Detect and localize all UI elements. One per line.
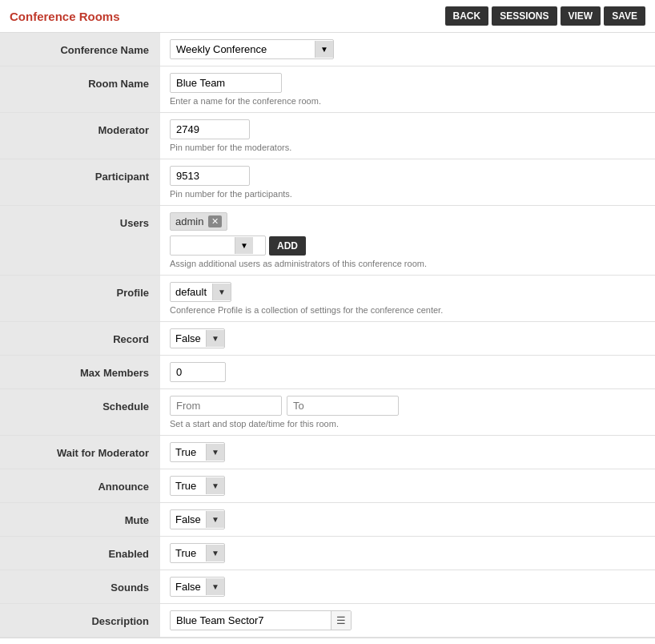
profile-cell: default ▼ Conference Profile is a collec… (160, 276, 655, 322)
wait-arrow-icon: ▼ (206, 444, 224, 461)
sounds-select[interactable]: False True (171, 578, 206, 596)
back-button[interactable]: BACK (445, 6, 489, 26)
users-row: Users admin ✕ ▼ ADD Assign additional us… (0, 206, 655, 276)
users-remove-button[interactable]: ✕ (208, 215, 222, 227)
moderator-label: Moderator (0, 113, 160, 159)
record-arrow-icon: ▼ (206, 330, 224, 347)
sounds-row: Sounds False True ▼ (0, 570, 655, 604)
wait-for-moderator-cell: True False ▼ (160, 436, 655, 469)
record-row: Record False True ▼ (0, 322, 655, 356)
schedule-from-input[interactable] (170, 396, 282, 416)
description-input-wrapper[interactable]: ☰ (170, 610, 352, 630)
schedule-inputs (170, 396, 645, 416)
enabled-label: Enabled (0, 537, 160, 570)
description-icon[interactable]: ☰ (331, 611, 351, 630)
schedule-hint: Set a start and stop date/time for this … (170, 419, 645, 429)
page-header: Conference Rooms BACK SESSIONS VIEW SAVE (0, 0, 655, 33)
announce-arrow-icon: ▼ (206, 477, 224, 494)
schedule-row: Schedule Set a start and stop date/time … (0, 389, 655, 436)
participant-input[interactable] (170, 166, 250, 186)
profile-hint: Conference Profile is a collection of se… (170, 305, 645, 315)
add-user-dropdown[interactable]: ▼ (170, 235, 266, 256)
save-button-top[interactable]: SAVE (604, 6, 645, 26)
record-label: Record (0, 322, 160, 356)
conference-name-cell: ▼ (160, 33, 655, 66)
max-members-row: Max Members (0, 356, 655, 389)
profile-select[interactable]: default (171, 283, 212, 301)
mute-label: Mute (0, 503, 160, 537)
room-name-input[interactable] (170, 73, 282, 93)
moderator-cell: Pin number for the moderators. (160, 113, 655, 159)
schedule-cell: Set a start and stop date/time for this … (160, 389, 655, 436)
description-input[interactable] (171, 611, 331, 630)
conference-name-input[interactable] (171, 40, 315, 58)
profile-label: Profile (0, 276, 160, 322)
participant-hint: Pin number for the participants. (170, 189, 645, 199)
profile-select-wrapper[interactable]: default ▼ (170, 282, 231, 302)
max-members-label: Max Members (0, 356, 160, 389)
announce-label: Announce (0, 469, 160, 503)
users-cell: admin ✕ ▼ ADD Assign additional users as… (160, 206, 655, 276)
record-cell: False True ▼ (160, 322, 655, 356)
room-name-hint: Enter a name for the conference room. (170, 96, 645, 106)
add-user-input[interactable] (171, 236, 235, 255)
mute-arrow-icon: ▼ (206, 511, 224, 528)
sessions-button[interactable]: SESSIONS (492, 6, 557, 26)
wait-for-moderator-label: Wait for Moderator (0, 436, 160, 469)
sounds-cell: False True ▼ (160, 570, 655, 604)
participant-row: Participant Pin number for the participa… (0, 159, 655, 206)
record-select[interactable]: False True (171, 329, 206, 348)
enabled-select[interactable]: True False (171, 544, 206, 562)
mute-row: Mute False True ▼ (0, 503, 655, 537)
sounds-arrow-icon: ▼ (206, 578, 224, 595)
wait-select[interactable]: True False (171, 443, 206, 461)
announce-row: Announce True False ▼ (0, 469, 655, 503)
header-buttons: BACK SESSIONS VIEW SAVE (445, 6, 646, 26)
room-name-cell: Enter a name for the conference room. (160, 66, 655, 113)
profile-arrow-icon: ▼ (212, 284, 231, 300)
mute-select[interactable]: False True (171, 510, 206, 529)
enabled-cell: True False ▼ (160, 537, 655, 570)
sounds-select-wrapper[interactable]: False True ▼ (170, 577, 225, 597)
enabled-select-wrapper[interactable]: True False ▼ (170, 543, 225, 563)
users-hint: Assign additional users as administrator… (170, 259, 645, 268)
add-user-row: ▼ ADD (170, 235, 645, 256)
announce-select[interactable]: True False (171, 477, 206, 495)
description-label: Description (0, 604, 160, 638)
moderator-input[interactable] (170, 119, 250, 139)
users-tag-container: admin ✕ (170, 212, 645, 235)
announce-cell: True False ▼ (160, 469, 655, 503)
users-tag-text: admin (175, 215, 203, 227)
users-tag: admin ✕ (170, 212, 227, 231)
moderator-hint: Pin number for the moderators. (170, 143, 645, 152)
add-user-arrow[interactable]: ▼ (235, 237, 253, 254)
schedule-label: Schedule (0, 389, 160, 436)
announce-select-wrapper[interactable]: True False ▼ (170, 476, 225, 496)
sounds-label: Sounds (0, 570, 160, 604)
enabled-row: Enabled True False ▼ (0, 537, 655, 570)
conference-name-dropdown[interactable]: ▼ (170, 39, 334, 59)
wait-select-wrapper[interactable]: True False ▼ (170, 442, 225, 462)
max-members-cell (160, 356, 655, 389)
conference-name-row: Conference Name ▼ (0, 33, 655, 66)
description-cell: ☰ (160, 604, 655, 638)
description-row: Description ☰ (0, 604, 655, 638)
profile-row: Profile default ▼ Conference Profile is … (0, 276, 655, 322)
form-table: Conference Name ▼ Room Name Enter a name… (0, 33, 655, 638)
enabled-arrow-icon: ▼ (206, 545, 224, 561)
max-members-input[interactable] (170, 362, 226, 382)
wait-for-moderator-row: Wait for Moderator True False ▼ (0, 436, 655, 469)
record-select-wrapper[interactable]: False True ▼ (170, 328, 225, 348)
conference-name-arrow[interactable]: ▼ (315, 41, 333, 58)
footer-bar: SAVE (0, 638, 655, 644)
participant-cell: Pin number for the participants. (160, 159, 655, 206)
room-name-label: Room Name (0, 66, 160, 113)
view-button[interactable]: VIEW (561, 6, 601, 26)
participant-label: Participant (0, 159, 160, 206)
users-label: Users (0, 206, 160, 276)
add-user-button[interactable]: ADD (269, 236, 306, 256)
room-name-row: Room Name Enter a name for the conferenc… (0, 66, 655, 113)
page-title: Conference Rooms (10, 10, 120, 23)
mute-select-wrapper[interactable]: False True ▼ (170, 509, 225, 529)
schedule-to-input[interactable] (287, 396, 399, 416)
